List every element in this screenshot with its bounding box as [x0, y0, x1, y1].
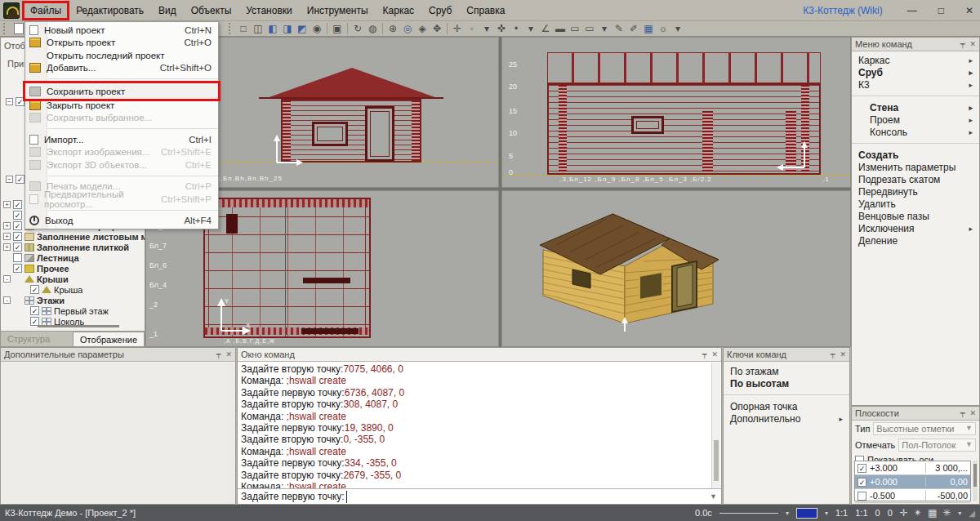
menu-item[interactable]: Каркас — [376, 2, 422, 20]
command-menu-item[interactable]: Консоль ▸ — [852, 126, 979, 138]
status-icon[interactable]: ▦ — [928, 507, 937, 519]
time-slider[interactable] — [719, 513, 778, 514]
scale-value-2[interactable]: 1:1 — [855, 508, 867, 518]
checkbox[interactable] — [13, 264, 22, 273]
tree-row-fragment[interactable]: − — [3, 96, 24, 107]
file-menu-item[interactable]: Выход Alt+F4 — [25, 215, 218, 228]
command-menu-item[interactable]: Проем ▸ — [852, 114, 979, 126]
checkbox[interactable] — [30, 285, 39, 294]
tree-row[interactable]: + Заполнение листовым мате — [1, 231, 145, 242]
tree-row[interactable]: Крыша — [1, 284, 145, 295]
command-key-item[interactable]: По высотам ▸ — [724, 377, 849, 390]
color-swatch[interactable] — [796, 508, 817, 519]
toolbar-icon[interactable]: ◎ — [400, 22, 415, 35]
expander-icon[interactable]: − — [6, 98, 13, 105]
toolbar-icon[interactable]: ✛ — [450, 22, 465, 35]
toolbar-icon[interactable]: ✜ — [494, 22, 509, 35]
command-input[interactable] — [346, 491, 706, 503]
minimize-button[interactable]: — — [907, 5, 917, 16]
viewport-3d[interactable] — [501, 190, 851, 347]
file-menu-item[interactable]: Импорт... Ctrl+I — [25, 133, 218, 146]
chevron-down-icon[interactable]: ▾ — [825, 510, 828, 517]
close-icon[interactable]: ✕ — [969, 40, 976, 48]
close-button[interactable]: ✕ — [965, 5, 973, 16]
toolbar-icon[interactable]: ▣ — [330, 22, 345, 35]
chevron-down-icon[interactable]: ▾ — [958, 510, 961, 517]
toolbar-icon[interactable]: ⊕ — [385, 22, 400, 35]
file-menu-item[interactable]: Открыть проект Ctrl+O — [25, 37, 218, 50]
toolbar-icon[interactable]: ◨ — [280, 22, 295, 35]
toolbar-icon[interactable]: ▾ — [479, 22, 494, 35]
checkbox[interactable] — [16, 175, 24, 184]
command-menu-item[interactable]: Создать ▸ — [852, 149, 979, 161]
new-project-icon[interactable] — [14, 23, 24, 34]
file-menu-item[interactable]: Закрыть проект — [25, 99, 218, 112]
status-icon[interactable]: ✳ — [942, 507, 951, 519]
toolbar-grip[interactable] — [229, 23, 233, 34]
command-menu-item[interactable]: Стена ▸ — [852, 101, 979, 114]
plane-checkbox[interactable] — [858, 478, 866, 487]
command-menu-item[interactable]: Передвинуть ▸ — [852, 185, 979, 198]
checkbox[interactable] — [13, 200, 22, 209]
toolbar-icon[interactable]: □ — [236, 22, 251, 35]
command-menu-item[interactable]: К3 ▸ — [852, 78, 979, 91]
toolbar-icon[interactable]: ☼ — [656, 22, 670, 35]
menu-item[interactable]: Файлы — [23, 2, 69, 20]
file-menu-item[interactable]: Экспорт изображения... Ctrl+Shift+E — [25, 146, 218, 159]
pin-icon[interactable]: ┯ — [960, 409, 964, 417]
toolbar-icon[interactable]: ▦ — [641, 22, 656, 35]
toolbar-icon[interactable]: ◈ — [415, 22, 430, 35]
toolbar-icon[interactable]: ▾ — [597, 22, 612, 35]
toolbar-icon[interactable]: ∠ — [538, 22, 553, 35]
type-select[interactable]: Высотные отметки▼ — [873, 422, 976, 435]
command-menu-item[interactable]: Изменить параметры ▸ — [852, 161, 979, 173]
pin-icon[interactable]: ┯ — [216, 350, 220, 358]
toolbar-icon[interactable]: ▾ — [670, 22, 685, 35]
command-menu-item[interactable]: Сруб ▸ — [852, 66, 979, 78]
chevron-down-icon[interactable]: ▾ — [786, 510, 789, 517]
toolbar-icon[interactable]: ▬ — [553, 22, 568, 35]
toolbar-icon[interactable]: ◉ — [310, 22, 324, 35]
checkbox[interactable] — [13, 243, 22, 252]
expander-icon[interactable]: − — [6, 176, 13, 183]
checkbox[interactable] — [13, 232, 22, 241]
toolbar-icon[interactable]: ◍ — [365, 22, 380, 35]
close-icon[interactable]: ✕ — [225, 350, 232, 358]
close-icon[interactable]: ✕ — [969, 409, 976, 417]
menu-item[interactable]: Сруб — [421, 2, 459, 20]
status-icon[interactable]: ✛ — [900, 507, 908, 519]
panel-tab[interactable]: Отображение — [73, 332, 145, 346]
toolbar-icon[interactable]: ↻ — [350, 22, 365, 35]
menu-item[interactable]: Инструменты — [300, 2, 376, 20]
counter-1[interactable]: 0 — [875, 508, 880, 518]
checkbox[interactable] — [13, 221, 22, 230]
toolbar-icon[interactable]: ◦ — [465, 22, 479, 35]
plane-checkbox[interactable] — [858, 492, 866, 501]
viewport-side-elevation[interactable]: 2520151050 ,3,Бл_12 ,Бл_9 ,Бл_8 ,Бл_5 ,Б… — [501, 37, 851, 188]
command-key-item[interactable]: По этажам ▸ — [724, 365, 849, 377]
close-icon[interactable]: ✕ — [840, 350, 846, 358]
file-menu-item[interactable]: Экспорт 3D объектов... Ctrl+E — [25, 158, 218, 171]
command-menu-item[interactable]: Венцовые пазы ▸ — [852, 210, 979, 222]
plane-row[interactable]: +3.000 3 000,... — [855, 461, 970, 475]
checkbox[interactable] — [30, 306, 39, 315]
command-key-item[interactable]: Дополнительно ▸ — [724, 412, 849, 425]
pin-icon[interactable]: ┯ — [702, 350, 706, 358]
tree-scrollbar[interactable] — [38, 325, 119, 327]
menu-item[interactable]: Объекты — [184, 2, 239, 20]
toolbar-icon[interactable]: • — [509, 22, 523, 35]
command-key-item[interactable]: Опорная точка ▸ — [724, 400, 849, 412]
panel-tab[interactable]: Структура проекта — [1, 332, 73, 346]
expander-icon[interactable]: - — [3, 275, 11, 283]
toolbar-icon[interactable]: ✥ — [430, 22, 444, 35]
command-log-scrollbar[interactable] — [711, 363, 720, 488]
toolbar-icon[interactable]: ◧ — [265, 22, 280, 35]
mark-select[interactable]: Пол-Потолок▼ — [898, 439, 976, 452]
file-menu-item[interactable]: Предварительный просмотр... Ctrl+Shift+P — [25, 193, 218, 206]
file-menu-item[interactable]: Сохранить проект — [25, 83, 218, 99]
command-menu-item[interactable]: Каркас ▸ — [852, 54, 979, 66]
checkbox[interactable] — [13, 211, 22, 220]
tree-row[interactable]: Прочее — [1, 263, 145, 274]
tree-row-fragment[interactable]: − — [3, 174, 24, 185]
tree-row[interactable]: Первый этаж — [1, 305, 145, 316]
